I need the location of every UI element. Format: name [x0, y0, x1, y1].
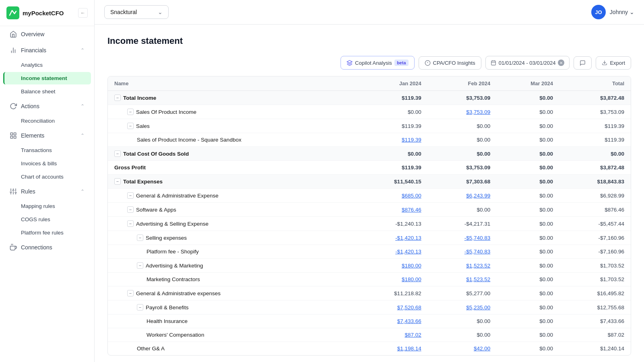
- table-row: Workers' Compensation$87.02$0.00$0.00$87…: [108, 328, 631, 342]
- collapse-button[interactable]: −: [114, 150, 121, 157]
- row-jan-value: $0.00: [357, 147, 428, 161]
- row-jan-value[interactable]: $119.39: [357, 133, 428, 147]
- collapse-button[interactable]: −: [127, 290, 134, 296]
- sidebar-item-actions[interactable]: Actions ⌃: [3, 99, 91, 114]
- row-feb-value[interactable]: $6,243.99: [428, 189, 497, 203]
- row-mar-value: $0.00: [497, 133, 559, 147]
- app-logo-icon: [6, 6, 19, 19]
- row-total-value: $87.02: [559, 328, 631, 342]
- table-header-row: Name Jan 2024 Feb 2024 Mar 2024 Total: [108, 76, 631, 91]
- collapse-button[interactable]: −: [114, 178, 121, 185]
- row-jan-value[interactable]: -$1,420.13: [357, 231, 428, 245]
- row-total-value: $3,753.09: [559, 105, 631, 119]
- row-total-value: $119.39: [559, 119, 631, 133]
- table-row: −Payroll & Benefits$7,520.68$5,235.00$0.…: [108, 300, 631, 315]
- collapse-button[interactable]: −: [127, 109, 134, 115]
- table-row: −Sales$119.39$0.00$0.00$119.39: [108, 119, 631, 133]
- rules-chevron-icon: ⌃: [80, 189, 85, 194]
- sidebar-item-mapping-rules[interactable]: Mapping rules: [3, 200, 91, 212]
- row-feb-value[interactable]: $1,523.52: [428, 259, 497, 273]
- table-row: −Selling expenses-$1,420.13-$5,740.83$0.…: [108, 231, 631, 245]
- row-jan-value: $119.39: [357, 91, 428, 105]
- row-name-cell: −Total Cost Of Goods Sold: [108, 147, 357, 161]
- sidebar-item-balance-sheet[interactable]: Balance sheet: [3, 85, 91, 98]
- row-feb-value[interactable]: $42.00: [428, 342, 497, 356]
- row-mar-value: $0.00: [497, 119, 559, 133]
- table-row: Gross Profit$119.39$3,753.09$0.00$3,872.…: [108, 161, 631, 175]
- bar-chart-icon: [10, 47, 17, 54]
- sidebar-item-financials[interactable]: Financials ⌃: [3, 43, 91, 58]
- row-jan-value[interactable]: $180.00: [357, 273, 428, 286]
- collapse-button[interactable]: −: [137, 234, 143, 241]
- collapse-button[interactable]: −: [127, 192, 134, 199]
- cpa-insights-button[interactable]: CPA/CFO Insights: [419, 56, 481, 70]
- row-feb-value[interactable]: -$5,740.83: [428, 245, 497, 259]
- sidebar-item-connections[interactable]: Connections: [3, 240, 91, 255]
- row-jan-value[interactable]: $1,198.14: [357, 342, 428, 356]
- collapse-button[interactable]: −: [137, 262, 143, 269]
- export-button[interactable]: Export: [596, 56, 631, 70]
- date-clear-button[interactable]: ✕: [558, 60, 564, 66]
- row-jan-value[interactable]: $685.00: [357, 189, 428, 203]
- row-feb-value[interactable]: $5,235.00: [428, 300, 497, 315]
- col-jan: Jan 2024: [357, 76, 428, 91]
- sidebar-item-elements[interactable]: Elements ⌃: [3, 128, 91, 143]
- row-total-value: $7,433.66: [559, 315, 631, 328]
- row-jan-value[interactable]: $876.46: [357, 203, 428, 217]
- row-mar-value: $0.00: [497, 147, 559, 161]
- row-mar-value: $0.00: [497, 259, 559, 273]
- row-jan-value[interactable]: $7,433.66: [357, 315, 428, 328]
- row-name-cell: Other G& A: [108, 342, 357, 356]
- table-row: −Advertising & Selling Expense-$1,240.13…: [108, 217, 631, 231]
- sidebar-item-invoices-bills[interactable]: Invoices & bills: [3, 157, 91, 170]
- date-range-filter[interactable]: 01/01/2024 - 03/01/2024 ✕: [485, 56, 570, 70]
- table-row: −Software & Apps$876.46$0.00$0.00$876.46: [108, 203, 631, 217]
- app-logo-text: myPocketCFO: [23, 10, 64, 16]
- sidebar-item-chart-of-accounts[interactable]: Chart of accounts: [3, 171, 91, 183]
- copilot-analysis-button[interactable]: Copilot Analysis beta: [341, 56, 414, 70]
- row-jan-value[interactable]: $180.00: [357, 259, 428, 273]
- collapse-button[interactable]: −: [114, 95, 121, 101]
- chat-button[interactable]: [574, 56, 592, 70]
- row-jan-value[interactable]: $7,520.68: [357, 300, 428, 315]
- sidebar-item-platform-fee-rules[interactable]: Platform fee rules: [3, 226, 91, 239]
- topbar-right: JO Johnny ⌄: [591, 5, 634, 19]
- row-name-cell: Sales of Product Income - Square Sandbox: [108, 133, 357, 147]
- row-name-cell: −Selling expenses: [108, 231, 357, 245]
- collapse-button[interactable]: −: [127, 123, 134, 129]
- row-jan-value[interactable]: -$1,420.13: [357, 245, 428, 259]
- collapse-button[interactable]: −: [127, 220, 134, 227]
- row-name-cell: −Payroll & Benefits: [108, 300, 357, 315]
- toolbar: Copilot Analysis beta CPA/CFO Insights 0…: [107, 56, 631, 70]
- row-feb-value[interactable]: $3,753.09: [428, 105, 497, 119]
- sidebar-item-overview[interactable]: Overview: [3, 27, 91, 42]
- sliders-icon: [10, 188, 17, 195]
- table-row: Marketing Contractors$180.00$1,523.52$0.…: [108, 273, 631, 286]
- company-selector[interactable]: Snacktural ⌄: [104, 5, 169, 19]
- collapse-button[interactable]: −: [137, 304, 143, 311]
- row-feb-value: $0.00: [428, 147, 497, 161]
- user-chevron-icon: ⌄: [630, 9, 634, 15]
- row-feb-value[interactable]: $1,523.52: [428, 273, 497, 286]
- sidebar-item-cogs-rules[interactable]: COGS rules: [3, 213, 91, 226]
- collapse-button[interactable]: −: [127, 206, 134, 213]
- table-row: Platform fee - Shopify-$1,420.13-$5,740.…: [108, 245, 631, 259]
- sidebar-item-rules[interactable]: Rules ⌃: [3, 184, 91, 199]
- sidebar-item-reconciliation[interactable]: Reconciliation: [3, 115, 91, 127]
- sidebar-item-transactions[interactable]: Transactions: [3, 144, 91, 156]
- row-total-value: $1,240.14: [559, 342, 631, 356]
- sidebar-item-analytics[interactable]: Analytics: [3, 59, 91, 71]
- row-jan-value[interactable]: $87.02: [357, 328, 428, 342]
- row-total-value: $0.00: [559, 147, 631, 161]
- sidebar-item-income-statement[interactable]: Income statement: [3, 72, 91, 84]
- svg-rect-6: [14, 136, 16, 138]
- table-row: −Sales Of Product Income$0.00$3,753.09$0…: [108, 105, 631, 119]
- sidebar-collapse-button[interactable]: ←: [78, 8, 88, 18]
- topbar: Snacktural ⌄ JO Johnny ⌄: [95, 0, 644, 25]
- user-avatar[interactable]: JO: [591, 5, 606, 19]
- user-menu[interactable]: Johnny ⌄: [610, 9, 634, 15]
- row-feb-value: $3,753.09: [428, 91, 497, 105]
- insights-icon: [425, 60, 431, 66]
- row-feb-value[interactable]: -$5,740.83: [428, 231, 497, 245]
- actions-chevron-icon: ⌃: [80, 103, 85, 109]
